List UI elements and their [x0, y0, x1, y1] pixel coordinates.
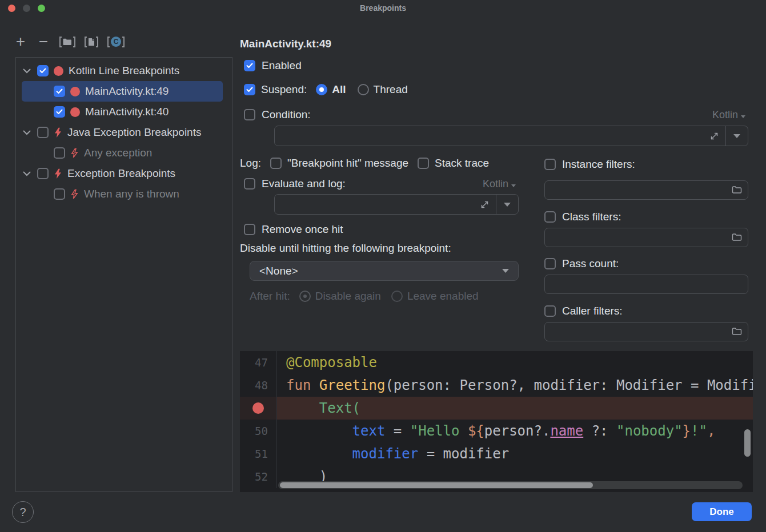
tree-item-exception-breakpoints[interactable]: Exception Breakpoints [16, 163, 232, 184]
evaluate-language-selector[interactable]: Kotlin [483, 178, 516, 190]
evaluate-checkbox[interactable] [244, 178, 255, 190]
breakpoint-dot-icon [70, 107, 80, 117]
group-by-file-button[interactable] [85, 34, 98, 49]
tree-item-checkbox[interactable] [37, 65, 49, 76]
disable-until-value: <None> [259, 265, 298, 277]
code-text: @Composable [276, 351, 753, 374]
add-breakpoint-button[interactable]: + [14, 34, 27, 49]
plus-icon: + [16, 35, 25, 49]
tree-item-checkbox[interactable] [37, 168, 49, 179]
tree-item-label: When any is thrown [84, 188, 179, 200]
gutter-breakpoint [240, 397, 276, 420]
suspend-thread-option[interactable]: Thread [358, 83, 408, 96]
remove-once-checkbox[interactable] [244, 224, 255, 235]
log-message-label: "Breakpoint hit" message [287, 157, 408, 170]
after-hit-disable-radio [299, 291, 311, 302]
tree-item-when-any-is-thrown[interactable]: When any is thrown [16, 184, 232, 204]
folder-icon[interactable] [732, 327, 742, 338]
zoom-button[interactable] [38, 5, 45, 12]
condition-checkbox[interactable] [244, 109, 255, 120]
after-hit-leave-option: Leave enabled [391, 290, 479, 303]
log-label: Log: [240, 157, 261, 170]
tree-item-java-exception-breakpoints[interactable]: Java Exception Breakpoints [16, 122, 232, 143]
folder-icon[interactable] [732, 233, 742, 244]
exception-bolt-outline-icon [70, 189, 79, 200]
pass-count-label: Pass count: [562, 257, 619, 270]
evaluate-history-dropdown[interactable] [496, 195, 518, 214]
expand-icon[interactable] [480, 200, 490, 209]
condition-language-selector[interactable]: Kotlin [712, 109, 745, 121]
minimize-button[interactable] [23, 5, 30, 12]
pass-count-checkbox[interactable] [544, 258, 556, 269]
suspend-checkbox[interactable] [244, 84, 255, 95]
close-button[interactable] [8, 5, 15, 12]
horizontal-scrollbar[interactable] [278, 481, 743, 489]
group-by-class-button[interactable]: C [107, 34, 125, 49]
evaluate-input[interactable] [274, 194, 519, 215]
tree-item-label: MainActivity.kt:49 [85, 85, 169, 98]
tree-item-checkbox[interactable] [37, 127, 49, 138]
folder-icon[interactable] [732, 186, 742, 196]
pass-count-input[interactable] [544, 275, 748, 294]
bracket-right-icon [96, 37, 98, 47]
condition-history-dropdown[interactable] [725, 126, 748, 146]
tree-item-checkbox[interactable] [54, 188, 65, 200]
titlebar: Breakpoints [0, 0, 766, 16]
chevron-down-icon[interactable] [23, 171, 32, 176]
bracket-left-icon [107, 37, 110, 47]
log-message-checkbox[interactable] [270, 158, 282, 169]
tree-item-kotlin-line-breakpoints[interactable]: Kotlin Line Breakpoints [16, 61, 232, 81]
code-line-48: 48fun Greeting(person: Person?, modifier… [240, 374, 753, 397]
class-filters-row: Class filters: [544, 211, 621, 223]
done-button[interactable]: Done [692, 502, 752, 521]
disable-until-combobox[interactable]: <None> [250, 261, 519, 281]
class-filters-input[interactable] [544, 228, 748, 247]
help-button[interactable]: ? [12, 501, 34, 523]
class-filters-checkbox[interactable] [544, 211, 556, 223]
suspend-all-radio[interactable] [316, 84, 327, 95]
chevron-down-icon[interactable] [23, 68, 32, 74]
code-preview: 47@Composable48fun Greeting(person: Pers… [240, 351, 753, 492]
horizontal-scrollbar-thumb[interactable] [280, 482, 593, 488]
group-by-package-button[interactable] [59, 34, 75, 49]
instance-filters-row: Instance filters: [544, 158, 635, 171]
tree-item-checkbox[interactable] [54, 147, 65, 159]
chevron-down-icon[interactable] [23, 130, 32, 135]
exception-bolt-outline-icon [70, 148, 79, 159]
log-message-option[interactable]: "Breakpoint hit" message [270, 157, 408, 170]
class-filters-label: Class filters: [562, 211, 621, 223]
remove-once-row: Remove once hit [244, 223, 343, 236]
condition-label: Condition: [262, 108, 311, 121]
suspend-thread-radio[interactable] [358, 84, 369, 95]
tree-item-checkbox[interactable] [54, 86, 65, 97]
log-row: Log: "Breakpoint hit" message Stack trac… [240, 157, 489, 170]
after-hit-disable-option: Disable again [299, 290, 381, 303]
expand-icon[interactable] [709, 131, 719, 141]
file-icon [88, 38, 95, 46]
tree-item-checkbox[interactable] [54, 106, 65, 118]
stack-trace-checkbox[interactable] [418, 158, 429, 169]
chevron-down-icon [733, 134, 740, 138]
breakpoint-dot-icon[interactable] [252, 402, 264, 414]
tree-item-mainactivity-kt-49[interactable]: MainActivity.kt:49 [22, 81, 223, 102]
caller-filters-input[interactable] [544, 322, 748, 341]
enabled-checkbox[interactable] [244, 60, 255, 71]
tree-item-any-exception[interactable]: Any exception [16, 143, 232, 163]
condition-input[interactable] [274, 126, 748, 146]
caller-filters-row: Caller filters: [544, 305, 623, 317]
instance-filters-checkbox[interactable] [544, 159, 556, 170]
vertical-scrollbar-thumb[interactable] [744, 429, 751, 457]
caller-filters-label: Caller filters: [562, 305, 623, 317]
evaluate-label: Evaluate and log: [262, 178, 346, 190]
folder-icon [63, 38, 72, 46]
stack-trace-option[interactable]: Stack trace [418, 157, 489, 170]
suspend-all-label: All [332, 83, 346, 96]
suspend-all-option[interactable]: All [316, 83, 346, 96]
remove-breakpoint-button[interactable]: − [37, 34, 50, 49]
help-icon: ? [19, 506, 26, 519]
tree-item-mainactivity-kt-40[interactable]: MainActivity.kt:40 [16, 102, 232, 122]
remove-once-label: Remove once hit [262, 223, 343, 236]
chevron-down-icon [504, 203, 511, 207]
instance-filters-input[interactable] [544, 180, 748, 200]
caller-filters-checkbox[interactable] [544, 305, 556, 317]
